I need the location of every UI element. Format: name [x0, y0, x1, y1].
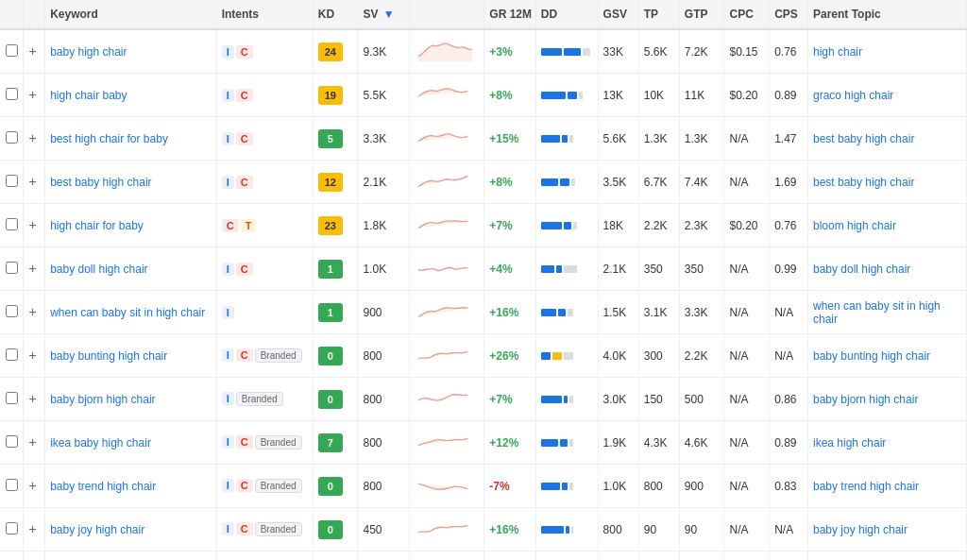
row-add-button[interactable]: +: [28, 348, 36, 362]
header-gsv[interactable]: GSV: [598, 0, 638, 29]
parent-topic-link[interactable]: baby bunting high chair: [813, 349, 930, 363]
dd-bar-container: [541, 178, 593, 186]
keyword-link[interactable]: best high chair for baby: [50, 132, 168, 145]
intent-badge-i[interactable]: I: [222, 176, 234, 189]
intent-badge-i[interactable]: I: [222, 306, 234, 319]
row-add-button[interactable]: +: [28, 44, 36, 58]
keyword-link[interactable]: high chair baby: [50, 89, 127, 102]
intent-badge-c[interactable]: C: [236, 132, 253, 145]
intent-badge-c[interactable]: C: [236, 89, 253, 102]
row-checkbox[interactable]: [6, 175, 18, 187]
parent-topic-link[interactable]: baby doll high chair: [813, 263, 910, 276]
row-checkbox[interactable]: [6, 522, 18, 535]
row-checkbox[interactable]: [6, 479, 18, 491]
row-gr12m-cell: +16%: [484, 508, 535, 552]
row-gsv-cell: 800: [598, 508, 638, 552]
row-checkbox[interactable]: [6, 44, 18, 57]
header-cps[interactable]: CPS: [770, 0, 808, 29]
parent-topic-link[interactable]: high chair: [813, 45, 862, 59]
intent-badge-i[interactable]: I: [222, 479, 234, 492]
branded-badge[interactable]: Branded: [236, 392, 283, 406]
row-add-button[interactable]: +: [28, 131, 36, 144]
parent-topic-link[interactable]: baby trend high chair: [813, 480, 919, 493]
header-gtp[interactable]: GTP: [679, 0, 724, 29]
row-dd-cell: [535, 74, 598, 117]
keyword-link[interactable]: baby bjorn high chair: [50, 393, 155, 406]
intent-badge-i[interactable]: I: [222, 348, 234, 362]
intent-badge-i[interactable]: I: [222, 392, 234, 405]
row-checkbox-cell: [0, 29, 24, 74]
intent-badge-c[interactable]: C: [236, 522, 253, 535]
row-add-button[interactable]: +: [28, 218, 36, 231]
branded-badge[interactable]: Branded: [255, 522, 302, 536]
row-add-button[interactable]: +: [28, 435, 36, 449]
row-checkbox[interactable]: [6, 131, 18, 144]
row-add-button[interactable]: +: [28, 522, 36, 535]
row-gtp-cell: 1.3K: [679, 117, 724, 161]
branded-badge[interactable]: Branded: [255, 479, 302, 493]
parent-topic-link[interactable]: ikea high chair: [813, 436, 886, 450]
header-gr12m[interactable]: GR 12M: [484, 0, 535, 29]
keyword-link[interactable]: baby trend high chair: [50, 480, 156, 493]
parent-topic-link[interactable]: best baby high chair: [813, 132, 914, 145]
row-checkbox[interactable]: [6, 305, 18, 317]
keyword-link[interactable]: baby doll high chair: [50, 263, 147, 276]
intent-badge-i[interactable]: I: [222, 45, 234, 59]
keyword-link[interactable]: high chair for baby: [50, 219, 144, 232]
header-intents[interactable]: Intents: [216, 0, 313, 29]
header-kd[interactable]: KD: [313, 0, 358, 29]
keyword-link[interactable]: baby bunting high chair: [50, 349, 167, 363]
intent-badge-c[interactable]: C: [222, 219, 239, 232]
intent-badge-c[interactable]: C: [236, 348, 253, 362]
row-checkbox[interactable]: [6, 435, 18, 448]
header-tp[interactable]: TP: [638, 0, 679, 29]
keyword-link[interactable]: baby high chair: [50, 45, 127, 59]
header-sv[interactable]: SV ▼: [358, 0, 409, 29]
branded-badge[interactable]: Branded: [255, 435, 302, 450]
gr12m-value: +15%: [489, 132, 518, 145]
header-parent[interactable]: Parent Topic: [807, 0, 966, 29]
intent-badge-i[interactable]: I: [222, 435, 234, 449]
intent-badge-i[interactable]: I: [222, 522, 234, 535]
header-keyword[interactable]: Keyword: [45, 0, 217, 29]
parent-topic-link[interactable]: bloom high chair: [813, 219, 896, 232]
row-add-button[interactable]: +: [28, 392, 36, 405]
intent-badge-i[interactable]: I: [222, 89, 234, 102]
intent-badge-t[interactable]: T: [241, 219, 257, 232]
intent-badge-i[interactable]: I: [222, 132, 234, 145]
row-checkbox[interactable]: [6, 392, 18, 404]
intent-badge-c[interactable]: C: [236, 176, 253, 189]
row-add-button[interactable]: +: [28, 88, 36, 101]
parent-topic-link[interactable]: when can baby sit in high chair: [813, 299, 941, 326]
intent-badge-c[interactable]: C: [236, 435, 253, 449]
parent-topic-link[interactable]: baby joy high chair: [813, 523, 908, 536]
intent-badge-i[interactable]: I: [222, 263, 234, 276]
row-checkbox[interactable]: [6, 348, 18, 361]
parent-topic-link[interactable]: best baby high chair: [813, 176, 914, 189]
dd-bar-container: [541, 135, 593, 143]
keyword-link[interactable]: ikea baby high chair: [50, 436, 151, 450]
row-gtp-cell: 2.3K: [679, 204, 724, 247]
dd-bar-segment: [564, 396, 568, 403]
intent-badge-c[interactable]: C: [236, 263, 253, 276]
row-add-button[interactable]: +: [28, 262, 36, 275]
row-cps-cell: 0.89: [770, 421, 808, 465]
header-cpc[interactable]: CPC: [724, 0, 770, 29]
row-add-button[interactable]: +: [28, 175, 36, 188]
keyword-link[interactable]: when can baby sit in high chair: [50, 306, 205, 319]
intent-badge-c[interactable]: C: [236, 45, 253, 59]
intent-badge-c[interactable]: C: [236, 479, 253, 492]
branded-badge[interactable]: Branded: [255, 348, 302, 363]
row-checkbox[interactable]: [6, 262, 18, 274]
table-header-row: Keyword Intents KD SV ▼ GR 12M DD GSV TP…: [0, 0, 967, 29]
row-checkbox[interactable]: [6, 88, 18, 100]
row-add-button[interactable]: +: [28, 479, 36, 492]
row-cpc-cell: N/A: [724, 552, 770, 561]
row-add-button[interactable]: +: [28, 305, 36, 318]
parent-topic-link[interactable]: baby bjorn high chair: [813, 393, 918, 406]
keyword-link[interactable]: best baby high chair: [50, 176, 151, 189]
header-dd[interactable]: DD: [535, 0, 598, 29]
parent-topic-link[interactable]: graco high chair: [813, 89, 893, 102]
keyword-link[interactable]: baby joy high chair: [50, 523, 144, 536]
row-checkbox[interactable]: [6, 218, 18, 230]
